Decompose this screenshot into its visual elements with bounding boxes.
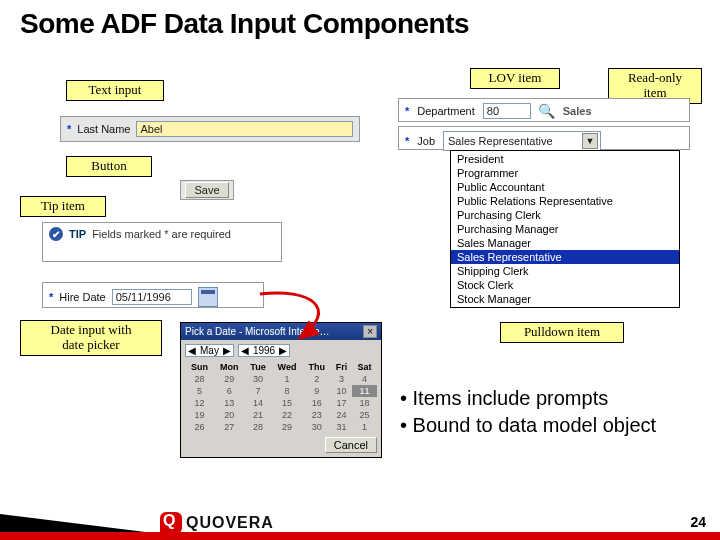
calendar-day[interactable]: 9 bbox=[303, 385, 331, 397]
calendar-day[interactable]: 16 bbox=[303, 397, 331, 409]
calendar-day[interactable]: 30 bbox=[245, 373, 272, 385]
lov-field[interactable]: 80 bbox=[483, 103, 531, 119]
callout-date-input: Date input with date picker bbox=[20, 320, 162, 356]
pulldown-option[interactable]: Shipping Clerk bbox=[451, 264, 679, 278]
required-marker: * bbox=[405, 135, 409, 147]
calendar-day[interactable]: 29 bbox=[214, 373, 245, 385]
readonly-value: Sales bbox=[563, 105, 592, 117]
month-select[interactable]: ◀ May ▶ bbox=[185, 344, 234, 357]
pulldown-select[interactable]: Sales Representative ▼ bbox=[443, 131, 601, 151]
pulldown-listbox[interactable]: PresidentProgrammerPublic AccountantPubl… bbox=[450, 150, 680, 308]
cancel-button[interactable]: Cancel bbox=[325, 437, 377, 453]
calendar-day[interactable]: 26 bbox=[185, 421, 214, 433]
calendar-day[interactable]: 29 bbox=[271, 421, 302, 433]
text-input-screenshot: * Last Name Abel bbox=[60, 116, 360, 142]
text-input-label: Last Name bbox=[77, 123, 130, 135]
calendar-day[interactable]: 4 bbox=[352, 373, 377, 385]
calendar-day[interactable]: 28 bbox=[245, 421, 272, 433]
pulldown-option[interactable]: Purchasing Clerk bbox=[451, 208, 679, 222]
callout-lov-item: LOV item bbox=[470, 68, 560, 89]
calendar-day[interactable]: 2 bbox=[303, 373, 331, 385]
date-input-field[interactable]: 05/11/1996 bbox=[112, 289, 192, 305]
calendar-icon[interactable] bbox=[198, 287, 218, 307]
callout-tip-item: Tip item bbox=[20, 196, 106, 217]
calendar-day[interactable]: 1 bbox=[271, 373, 302, 385]
calendar-day[interactable]: 8 bbox=[271, 385, 302, 397]
pulldown-screenshot: * Job Sales Representative ▼ bbox=[398, 126, 690, 150]
logo: QUOVERA bbox=[160, 512, 274, 534]
calendar-day[interactable]: 19 bbox=[185, 409, 214, 421]
page-number: 24 bbox=[690, 514, 706, 530]
close-icon[interactable]: × bbox=[363, 325, 377, 338]
pulldown-option[interactable]: Sales Representative bbox=[451, 250, 679, 264]
text-input-field[interactable]: Abel bbox=[136, 121, 353, 137]
date-input-label: Hire Date bbox=[59, 291, 105, 303]
slide-footer: QUOVERA 24 bbox=[0, 514, 720, 540]
calendar-day[interactable]: 5 bbox=[185, 385, 214, 397]
pulldown-option[interactable]: Public Accountant bbox=[451, 180, 679, 194]
save-button[interactable]: Save bbox=[185, 182, 228, 198]
pulldown-option[interactable]: Programmer bbox=[451, 166, 679, 180]
calendar-day[interactable]: 31 bbox=[331, 421, 352, 433]
callout-pulldown-item: Pulldown item bbox=[500, 322, 624, 343]
calendar-day[interactable]: 15 bbox=[271, 397, 302, 409]
arrow-icon bbox=[230, 288, 350, 348]
logo-mark-icon bbox=[160, 512, 182, 534]
calendar-day[interactable]: 20 bbox=[214, 409, 245, 421]
pulldown-option[interactable]: President bbox=[451, 152, 679, 166]
calendar-day[interactable]: 17 bbox=[331, 397, 352, 409]
pulldown-option[interactable]: Stock Manager bbox=[451, 292, 679, 306]
logo-text: QUOVERA bbox=[186, 514, 274, 532]
tip-text: Fields marked * are required bbox=[92, 228, 231, 240]
calendar-day[interactable]: 10 bbox=[331, 385, 352, 397]
calendar-day[interactable]: 6 bbox=[214, 385, 245, 397]
required-marker: * bbox=[49, 291, 53, 303]
calendar-day[interactable]: 3 bbox=[331, 373, 352, 385]
calendar-day[interactable]: 30 bbox=[303, 421, 331, 433]
required-marker: * bbox=[405, 105, 409, 117]
bullet-list: Items include promptsBound to data model… bbox=[400, 385, 656, 439]
calendar-day[interactable]: 25 bbox=[352, 409, 377, 421]
calendar-day[interactable]: 23 bbox=[303, 409, 331, 421]
bullet-item: Bound to data model object bbox=[400, 412, 656, 439]
pulldown-option[interactable]: Public Relations Representative bbox=[451, 194, 679, 208]
pulldown-label: Job bbox=[417, 135, 435, 147]
tip-screenshot: ✔ TIP Fields marked * are required bbox=[42, 222, 282, 262]
calendar-day[interactable]: 11 bbox=[352, 385, 377, 397]
bullet-item: Items include prompts bbox=[400, 385, 656, 412]
calendar-grid[interactable]: SunMonTueWedThuFriSat 282930123456789101… bbox=[185, 361, 377, 433]
calendar-day[interactable]: 7 bbox=[245, 385, 272, 397]
calendar-day[interactable]: 18 bbox=[352, 397, 377, 409]
calendar-day[interactable]: 28 bbox=[185, 373, 214, 385]
slide-title: Some ADF Data Input Components bbox=[0, 0, 720, 44]
lov-screenshot: * Department 80 🔍 Sales bbox=[398, 98, 690, 122]
pulldown-option[interactable]: Stock Clerk bbox=[451, 278, 679, 292]
lov-search-icon[interactable]: 🔍 bbox=[539, 103, 555, 119]
callout-text-input: Text input bbox=[66, 80, 164, 101]
calendar-day[interactable]: 21 bbox=[245, 409, 272, 421]
pulldown-option[interactable]: Purchasing Manager bbox=[451, 222, 679, 236]
calendar-day[interactable]: 13 bbox=[214, 397, 245, 409]
button-screenshot: Save bbox=[180, 180, 234, 200]
tip-icon: ✔ bbox=[49, 227, 63, 241]
tip-prefix: TIP bbox=[69, 228, 86, 240]
required-marker: * bbox=[67, 123, 71, 135]
lov-label: Department bbox=[417, 105, 474, 117]
pulldown-value: Sales Representative bbox=[448, 135, 553, 147]
calendar-day[interactable]: 27 bbox=[214, 421, 245, 433]
callout-button: Button bbox=[66, 156, 152, 177]
calendar-day[interactable]: 14 bbox=[245, 397, 272, 409]
calendar-day[interactable]: 22 bbox=[271, 409, 302, 421]
chevron-down-icon[interactable]: ▼ bbox=[582, 133, 598, 149]
calendar-day[interactable]: 1 bbox=[352, 421, 377, 433]
pulldown-option[interactable]: Sales Manager bbox=[451, 236, 679, 250]
calendar-day[interactable]: 24 bbox=[331, 409, 352, 421]
calendar-day[interactable]: 12 bbox=[185, 397, 214, 409]
